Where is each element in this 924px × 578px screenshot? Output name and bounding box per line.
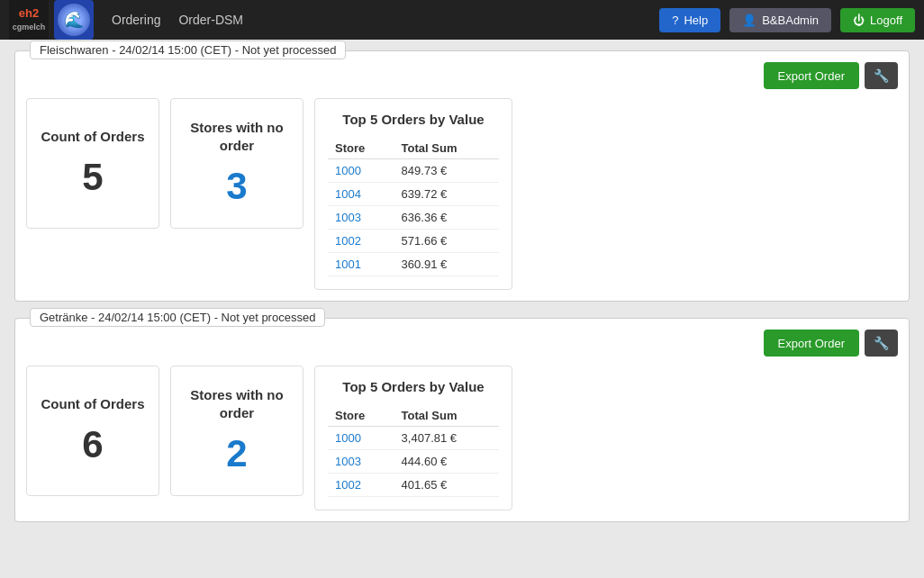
- power-icon: ⏻: [853, 14, 865, 27]
- count-orders-label-2: Count of Orders: [41, 395, 145, 413]
- nav-order-dsm[interactable]: Order-DSM: [178, 13, 243, 27]
- col-store-2: Store: [328, 405, 394, 427]
- total-cell: 636.36 €: [394, 206, 499, 230]
- table-header-row-2: Store Total Sum: [328, 405, 499, 427]
- badge-icon: 🌊: [58, 4, 90, 36]
- stores-no-order-value-2: 2: [226, 432, 247, 475]
- stores-no-order-card-2: Stores with no order 2: [170, 366, 303, 496]
- export-row-2: Export Order 🔧: [26, 330, 898, 357]
- wrench-button-2[interactable]: 🔧: [865, 330, 898, 357]
- table-row: 1001360.91 €: [328, 253, 499, 276]
- count-orders-card-2: Count of Orders 6: [26, 366, 159, 496]
- top-orders-title-1: Top 5 Orders by Value: [328, 112, 499, 127]
- logoff-button[interactable]: ⏻ Logoff: [840, 8, 915, 32]
- total-cell: 639.72 €: [394, 183, 499, 206]
- wrench-button-1[interactable]: 🔧: [865, 62, 898, 89]
- section-getraenke-header: Getränke - 24/02/14 15:00 (CET) - Not ye…: [30, 308, 325, 327]
- help-label: Help: [684, 14, 708, 27]
- export-order-button-2[interactable]: Export Order: [764, 330, 859, 357]
- table-row: 10003,407.81 €: [328, 427, 499, 450]
- stores-no-order-card-1: Stores with no order 3: [170, 98, 303, 229]
- count-orders-card-1: Count of Orders 5: [26, 98, 159, 229]
- stores-no-order-label-1: Stores with no order: [184, 119, 290, 154]
- logo-badge: 🌊: [54, 0, 94, 40]
- col-store-1: Store: [328, 138, 394, 159]
- help-button[interactable]: ? Help: [659, 8, 720, 32]
- logo-text: eh2 cgmelch: [13, 7, 46, 33]
- section-fleischwaren-header: Fleischwaren - 24/02/14 15:00 (CET) - No…: [30, 41, 346, 59]
- col-total-2: Total Sum: [394, 405, 499, 427]
- nav-links: Ordering Order-DSM: [112, 13, 243, 27]
- count-orders-value-2: 6: [82, 423, 103, 466]
- section-fleischwaren-body: Count of Orders 5 Stores with no order 3…: [26, 98, 898, 290]
- logo-box: eh2 cgmelch: [9, 0, 49, 40]
- store-link-cell[interactable]: 1002: [328, 230, 394, 253]
- total-cell: 401.65 €: [394, 474, 499, 497]
- total-cell: 849.73 €: [394, 159, 499, 183]
- table-row: 1002401.65 €: [328, 474, 499, 497]
- store-link-cell[interactable]: 1003: [328, 450, 394, 474]
- admin-button[interactable]: 👤 B&BAdmin: [729, 8, 831, 32]
- store-link-cell[interactable]: 1004: [328, 183, 394, 206]
- table-row: 1000849.73 €: [328, 159, 499, 183]
- table-row: 1002571.66 €: [328, 230, 499, 253]
- store-link-cell[interactable]: 1002: [328, 474, 394, 497]
- stores-no-order-value-1: 3: [226, 165, 247, 208]
- orders-table-1: Store Total Sum 1000849.73 €1004639.72 €…: [328, 138, 499, 276]
- total-cell: 3,407.81 €: [394, 427, 499, 450]
- logoff-label: Logoff: [870, 14, 902, 27]
- stores-no-order-label-2: Stores with no order: [184, 386, 290, 421]
- total-cell: 571.66 €: [394, 230, 499, 253]
- section-fleischwaren: Fleischwaren - 24/02/14 15:00 (CET) - No…: [14, 50, 910, 302]
- navbar: eh2 cgmelch 🌊 Ordering Order-DSM ? Help …: [0, 0, 924, 40]
- section-getraenke-title: Getränke - 24/02/14 15:00 (CET) - Not ye…: [40, 311, 315, 324]
- table-header-row: Store Total Sum: [328, 138, 499, 159]
- count-orders-label-1: Count of Orders: [41, 128, 145, 146]
- store-link-cell[interactable]: 1001: [328, 253, 394, 276]
- section-getraenke: Getränke - 24/02/14 15:00 (CET) - Not ye…: [14, 318, 910, 522]
- nav-ordering[interactable]: Ordering: [112, 13, 160, 27]
- store-link-cell[interactable]: 1000: [328, 159, 394, 183]
- section-getraenke-body: Count of Orders 6 Stores with no order 2…: [26, 366, 898, 510]
- user-icon: 👤: [742, 14, 756, 27]
- table-row: 1004639.72 €: [328, 183, 499, 206]
- logo-brand: eh2: [19, 6, 39, 20]
- total-cell: 444.60 €: [394, 450, 499, 474]
- top-orders-title-2: Top 5 Orders by Value: [328, 379, 499, 394]
- table-row: 1003636.36 €: [328, 206, 499, 230]
- top-orders-card-1: Top 5 Orders by Value Store Total Sum 10…: [314, 98, 512, 290]
- col-total-1: Total Sum: [394, 138, 499, 159]
- table-row: 1003444.60 €: [328, 450, 499, 474]
- total-cell: 360.91 €: [394, 253, 499, 276]
- store-link-cell[interactable]: 1003: [328, 206, 394, 230]
- help-icon: ?: [672, 14, 678, 27]
- admin-label: B&BAdmin: [762, 14, 819, 27]
- export-order-button-1[interactable]: Export Order: [764, 62, 859, 89]
- export-row-1: Export Order 🔧: [26, 62, 898, 89]
- count-orders-value-1: 5: [82, 156, 103, 199]
- top-orders-card-2: Top 5 Orders by Value Store Total Sum 10…: [314, 366, 512, 510]
- store-link-cell[interactable]: 1000: [328, 427, 394, 450]
- section-fleischwaren-title: Fleischwaren - 24/02/14 15:00 (CET) - No…: [40, 43, 336, 57]
- orders-table-2: Store Total Sum 10003,407.81 €1003444.60…: [328, 405, 499, 497]
- main-content: Fleischwaren - 24/02/14 15:00 (CET) - No…: [0, 40, 924, 549]
- logo-area: eh2 cgmelch 🌊: [9, 0, 94, 40]
